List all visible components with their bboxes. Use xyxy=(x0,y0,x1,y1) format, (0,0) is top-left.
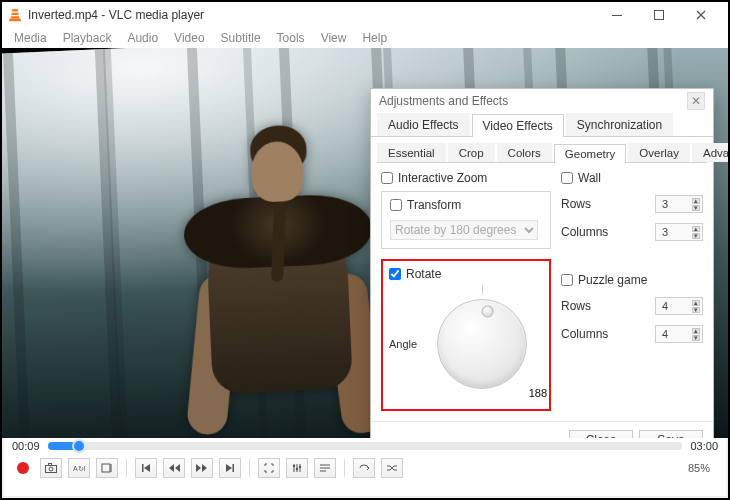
chevron-down-icon[interactable]: ▾ xyxy=(692,335,700,341)
subtab-crop[interactable]: Crop xyxy=(448,143,495,162)
shuffle-icon xyxy=(386,463,398,473)
tab-audio-effects[interactable]: Audio Effects xyxy=(377,113,470,136)
rotate-highlight-box: Rotate Angle 188 xyxy=(381,259,551,411)
loop-button[interactable] xyxy=(353,458,375,478)
ffwd-icon xyxy=(196,463,208,473)
shuffle-button[interactable] xyxy=(381,458,403,478)
prev-icon xyxy=(141,463,151,473)
frame-step-icon xyxy=(101,463,113,473)
next-icon xyxy=(225,463,235,473)
interactive-zoom-input[interactable] xyxy=(381,172,393,184)
camera-icon xyxy=(45,463,57,473)
menu-video[interactable]: Video xyxy=(166,30,212,46)
rotate-dial[interactable]: 188 xyxy=(423,285,541,403)
maximize-button[interactable] xyxy=(638,3,680,27)
puzzle-cols-spinner[interactable]: 4 ▴▾ xyxy=(655,325,703,343)
wall-rows-label: Rows xyxy=(561,197,591,211)
menu-subtitle[interactable]: Subtitle xyxy=(213,30,269,46)
ext-settings-button[interactable] xyxy=(286,458,308,478)
menu-tools[interactable]: Tools xyxy=(269,30,313,46)
svg-point-12 xyxy=(296,468,298,470)
transform-label: Transform xyxy=(407,198,461,212)
prev-button[interactable] xyxy=(135,458,157,478)
svg-rect-9 xyxy=(142,464,144,472)
wall-columns-label: Columns xyxy=(561,225,608,239)
frame-step-button[interactable] xyxy=(96,458,118,478)
wall-input[interactable] xyxy=(561,172,573,184)
svg-rect-8 xyxy=(102,464,110,472)
wall-checkbox[interactable]: Wall xyxy=(561,171,703,185)
video-area[interactable]: Adjustments and Effects ✕ Audio Effects … xyxy=(2,48,728,438)
angle-label: Angle xyxy=(389,338,417,350)
svg-text:A↻B: A↻B xyxy=(73,465,85,472)
atob-loop-button[interactable]: A↻B xyxy=(68,458,90,478)
chevron-down-icon[interactable]: ▾ xyxy=(692,307,700,313)
menu-help[interactable]: Help xyxy=(354,30,395,46)
subtab-geometry[interactable]: Geometry xyxy=(554,144,627,163)
menu-audio[interactable]: Audio xyxy=(119,30,166,46)
subtab-advanced[interactable]: Advanced xyxy=(692,143,728,162)
record-icon xyxy=(17,462,29,474)
chevron-up-icon[interactable]: ▴ xyxy=(692,300,700,306)
seek-bar[interactable] xyxy=(48,442,683,450)
svg-rect-2 xyxy=(612,15,622,16)
playlist-button[interactable] xyxy=(314,458,336,478)
transform-input[interactable] xyxy=(390,199,402,211)
loop-icon xyxy=(358,463,370,473)
svg-rect-10 xyxy=(233,464,235,472)
subtab-colors[interactable]: Colors xyxy=(497,143,552,162)
transform-select[interactable]: Rotate by 180 degrees xyxy=(390,220,538,240)
vlc-icon xyxy=(8,8,22,22)
tab-video-effects[interactable]: Video Effects xyxy=(472,114,564,137)
rotate-input[interactable] xyxy=(389,268,401,280)
next-button[interactable] xyxy=(219,458,241,478)
puzzle-checkbox[interactable]: Puzzle game xyxy=(561,273,703,287)
close-button[interactable] xyxy=(680,3,722,27)
chevron-up-icon[interactable]: ▴ xyxy=(692,226,700,232)
puzzle-label: Puzzle game xyxy=(578,273,647,287)
wall-rows-spinner[interactable]: 3 ▴▾ xyxy=(655,195,703,213)
tab-synchronization[interactable]: Synchronization xyxy=(566,113,673,136)
chevron-down-icon[interactable]: ▾ xyxy=(692,205,700,211)
menu-media[interactable]: Media xyxy=(6,30,55,46)
subtab-overlay[interactable]: Overlay xyxy=(628,143,690,162)
interactive-zoom-label: Interactive Zoom xyxy=(398,171,487,185)
minimize-button[interactable] xyxy=(596,3,638,27)
rotate-checkbox[interactable]: Rotate xyxy=(389,267,543,281)
player-controls: 00:09 03:00 A↻B 85% xyxy=(4,438,726,496)
svg-rect-1 xyxy=(11,15,19,16)
rewind-button[interactable] xyxy=(163,458,185,478)
puzzle-input[interactable] xyxy=(561,274,573,286)
dialog-close-icon[interactable]: ✕ xyxy=(687,92,705,110)
record-button[interactable] xyxy=(12,458,34,478)
title-bar: Inverted.mp4 - VLC media player xyxy=(2,2,728,28)
chevron-up-icon[interactable]: ▴ xyxy=(692,328,700,334)
elapsed-time: 00:09 xyxy=(12,440,40,452)
window-title: Inverted.mp4 - VLC media player xyxy=(28,8,596,22)
loop-ab-icon: A↻B xyxy=(73,463,85,473)
fullscreen-button[interactable] xyxy=(258,458,280,478)
playlist-icon xyxy=(319,463,331,473)
subtab-essential[interactable]: Essential xyxy=(377,143,446,162)
close-button[interactable]: Close xyxy=(569,430,633,438)
menu-view[interactable]: View xyxy=(313,30,355,46)
chevron-up-icon[interactable]: ▴ xyxy=(692,198,700,204)
puzzle-rows-label: Rows xyxy=(561,299,591,313)
puzzle-rows-spinner[interactable]: 4 ▴▾ xyxy=(655,297,703,315)
puzzle-cols-label: Columns xyxy=(561,327,608,341)
wall-cols-spinner[interactable]: 3 ▴▾ xyxy=(655,223,703,241)
chevron-down-icon[interactable]: ▾ xyxy=(692,233,700,239)
svg-rect-6 xyxy=(49,464,52,466)
seek-thumb[interactable] xyxy=(72,439,86,453)
ffwd-button[interactable] xyxy=(191,458,213,478)
svg-point-11 xyxy=(293,465,295,467)
wall-label: Wall xyxy=(578,171,601,185)
total-time: 03:00 xyxy=(690,440,718,452)
menu-bar: Media Playback Audio Video Subtitle Tool… xyxy=(2,28,728,48)
rewind-icon xyxy=(168,463,180,473)
interactive-zoom-checkbox[interactable]: Interactive Zoom xyxy=(381,171,551,185)
menu-playback[interactable]: Playback xyxy=(55,30,120,46)
save-button[interactable]: Save xyxy=(639,430,703,438)
snapshot-button[interactable] xyxy=(40,458,62,478)
transform-checkbox[interactable]: Transform xyxy=(390,198,542,212)
